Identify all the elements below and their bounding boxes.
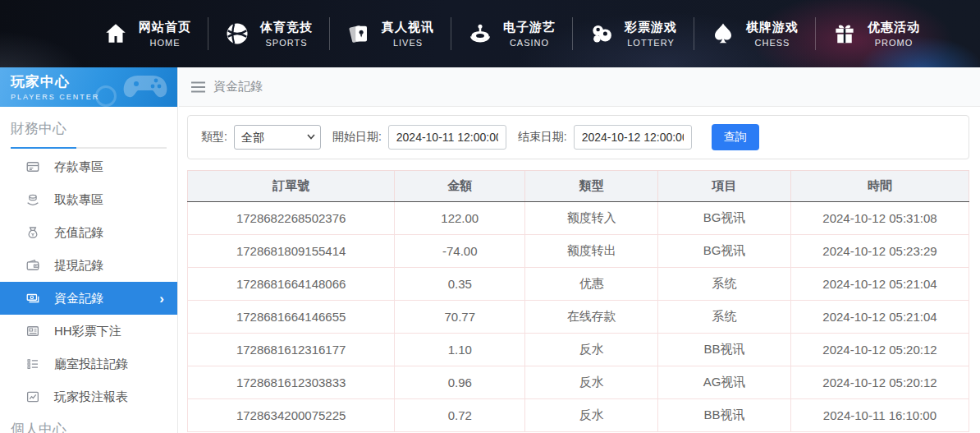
col-header-order-id: 訂單號 <box>188 171 395 202</box>
sidebar-item-withdrawal-record[interactable]: 提現記錄 <box>0 249 177 282</box>
sidebar-item-hall-bet-record[interactable]: 廳室投註記錄 <box>0 348 177 380</box>
nav-item-casino[interactable]: 电子游艺 CASINO <box>451 20 572 48</box>
hamburger-menu-icon[interactable] <box>191 81 205 93</box>
finance-center-section-title: 財務中心 <box>11 119 167 149</box>
table-row: 1728681612303833 0.96 反水 AG视讯 2024-10-12… <box>188 366 969 399</box>
gift-icon <box>832 21 857 46</box>
roulette-icon <box>468 21 492 46</box>
nav-label-en: LOTTERY <box>627 38 675 48</box>
sidebar-item-deposit-zone[interactable]: 存款專區 <box>0 150 177 183</box>
nav-item-home[interactable]: 网站首页 HOME <box>87 20 208 48</box>
nav-label-zh: 体育竞技 <box>260 20 313 35</box>
cell-type: 额度转入 <box>525 202 658 235</box>
cell-item: 系统 <box>658 301 791 334</box>
cell-amount: 122.00 <box>395 202 525 235</box>
search-button[interactable]: 查詢 <box>712 124 759 150</box>
content-area: 類型: 全部 開始日期: 结束日期: 查詢 <box>179 107 980 432</box>
sidebar-item-label: 取款專區 <box>54 192 103 208</box>
nav-item-promo[interactable]: 优惠活动 PROMO <box>816 20 936 48</box>
sidebar-item-label: HH彩票下注 <box>54 324 121 339</box>
filter-bar: 類型: 全部 開始日期: 结束日期: 查詢 <box>187 115 969 159</box>
sidebar-item-label: 充值記錄 <box>54 225 103 241</box>
cell-order-id: 1728681612303833 <box>188 366 395 399</box>
col-header-item: 項目 <box>658 171 791 202</box>
sidebar-item-label: 資金記錄 <box>54 291 103 306</box>
cell-order-id: 1728681664148066 <box>188 268 395 301</box>
nav-label-zh: 彩票游戏 <box>625 20 677 35</box>
nav-item-lottery[interactable]: 彩票游戏 LOTTERY <box>573 20 694 48</box>
nav-label-en: PROMO <box>875 38 914 48</box>
start-date-input[interactable] <box>388 125 506 150</box>
cell-type: 反水 <box>525 366 658 399</box>
home-icon <box>103 21 128 46</box>
sidebar-item-withdraw-zone[interactable]: 取款專區 <box>0 183 177 216</box>
cell-item: BG视讯 <box>658 202 791 235</box>
cell-amount: 0.35 <box>395 268 525 301</box>
lottery-balls-icon <box>589 21 614 46</box>
recharge-record-icon <box>25 225 40 240</box>
main-panel: 資金記錄 類型: 全部 開始日期: 结束日期: 查詢 <box>179 67 980 433</box>
ring-decoration-icon <box>95 85 117 107</box>
nav-label-en: SPORTS <box>265 38 307 48</box>
type-select[interactable]: 全部 <box>234 125 321 150</box>
col-header-type: 類型 <box>525 171 658 202</box>
nav-label-zh: 电子游艺 <box>503 20 556 35</box>
funds-record-icon <box>25 291 40 306</box>
cell-amount: 1.10 <box>395 334 525 366</box>
cell-type: 反水 <box>525 399 658 432</box>
cell-item: BG视讯 <box>658 235 791 268</box>
table-row: 1728681612316177 1.10 反水 BB视讯 2024-10-12… <box>188 334 969 366</box>
nav-label-en: LIVES <box>393 38 423 48</box>
top-nav: 网站首页 HOME 体育竞技 SPORTS 真人视讯 LIVES <box>0 0 980 67</box>
report-icon <box>25 389 40 404</box>
cell-time: 2024-10-12 05:21:04 <box>790 301 969 334</box>
nav-label-en: CHESS <box>755 38 790 48</box>
end-date-label: 结束日期: <box>518 130 567 145</box>
sidebar: 玩家中心 PLAYERS CENTER 財務中心 存款專區 取款專區 <box>0 67 178 433</box>
end-date-input[interactable] <box>574 125 692 150</box>
table-header-row: 訂單號 金額 類型 項目 時間 <box>188 171 969 202</box>
hall-record-icon <box>25 357 40 371</box>
sidebar-menu: 存款專區 取款專區 充值記錄 提現記錄 <box>0 150 177 413</box>
cell-item: 系统 <box>658 268 791 301</box>
cell-order-id: 1728634200075225 <box>188 399 395 432</box>
cell-type: 优惠 <box>525 268 658 301</box>
funds-table: 訂單號 金額 類型 項目 時間 1728682268502376 122.00 … <box>187 170 969 432</box>
cell-type: 额度转出 <box>525 235 658 268</box>
sidebar-item-label: 玩家投注報表 <box>54 389 128 405</box>
withdraw-icon <box>25 192 40 207</box>
gamepad-watermark-icon <box>120 69 171 105</box>
spade-icon <box>711 21 735 46</box>
cell-item: BB视讯 <box>658 334 791 366</box>
cell-order-id: 1728682268502376 <box>188 202 395 235</box>
nav-item-lives[interactable]: 真人视讯 LIVES <box>330 20 451 48</box>
sidebar-item-recharge-record[interactable]: 充值記錄 <box>0 216 177 249</box>
sidebar-item-player-bet-report[interactable]: 玩家投注報表 <box>0 380 177 413</box>
nav-item-sports[interactable]: 体育竞技 SPORTS <box>208 20 329 48</box>
sidebar-item-hh-lottery-bet[interactable]: HH彩票下注 <box>0 315 177 348</box>
cell-item: BB视讯 <box>658 399 791 432</box>
sidebar-item-label: 存款專區 <box>54 159 103 175</box>
cell-amount: 0.96 <box>395 366 525 399</box>
playing-cards-icon <box>346 21 371 46</box>
sidebar-item-funds-record[interactable]: 資金記錄 › <box>0 282 177 315</box>
page-title: 資金記錄 <box>213 79 263 94</box>
type-label: 類型: <box>201 130 227 145</box>
nav-item-chess[interactable]: 棋牌游戏 CHESS <box>694 20 815 48</box>
withdrawal-record-icon <box>25 258 40 273</box>
page-header: 資金記錄 <box>179 67 980 107</box>
cell-time: 2024-10-12 05:21:04 <box>790 268 969 301</box>
cell-type: 在线存款 <box>525 301 658 334</box>
deposit-icon <box>25 159 40 174</box>
nav-label-zh: 真人视讯 <box>382 20 434 35</box>
nav-label-en: CASINO <box>510 38 549 48</box>
cell-time: 2024-10-12 05:20:12 <box>790 366 969 399</box>
cell-amount: -74.00 <box>395 235 525 268</box>
nav-label-zh: 网站首页 <box>139 20 191 35</box>
lottery-bet-icon <box>25 324 40 339</box>
col-header-amount: 金額 <box>395 171 525 202</box>
table-row: 1728682268502376 122.00 额度转入 BG视讯 2024-1… <box>188 202 969 235</box>
cell-time: 2024-10-12 05:31:08 <box>790 202 969 235</box>
cell-item: AG视讯 <box>658 366 791 399</box>
nav-label-zh: 优惠活动 <box>868 20 920 35</box>
